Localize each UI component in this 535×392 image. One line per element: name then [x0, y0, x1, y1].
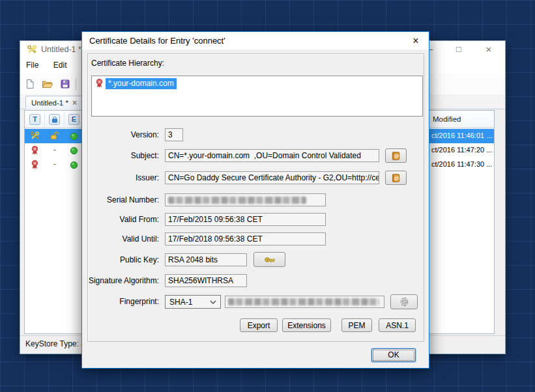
issuer-label: Issuer:: [82, 173, 159, 182]
close-window-button[interactable]: ×: [480, 42, 497, 57]
issuer-field[interactable]: CN=Go Daddy Secure Certificate Authority…: [165, 171, 379, 184]
asn1-button[interactable]: ASN.1: [379, 318, 416, 332]
column-expiry-icon[interactable]: E: [68, 114, 80, 125]
version-label: Version:: [82, 130, 159, 139]
fingerprint-field[interactable]: [225, 296, 384, 308]
valid-from-field[interactable]: 17/Feb/2015 09:56:38 CET: [165, 213, 326, 226]
certificate-details-dialog: Certificate Details for Entry 'connect' …: [81, 31, 429, 369]
subject-name-viewer-button[interactable]: @: [385, 148, 407, 163]
modified-cell: ct/2016 11:47:20 ...: [431, 146, 494, 154]
window-title: Untitled-1 *: [41, 45, 81, 54]
maximize-button[interactable]: □: [450, 42, 467, 57]
status-green-dot-icon: [70, 132, 78, 141]
public-key-field[interactable]: RSA 2048 bits: [165, 253, 247, 266]
desktop: Untitled-1 * — □ × File Edit View: [0, 0, 535, 392]
modified-cell: ct/2016 11:47:30 ...: [431, 160, 494, 168]
open-keystore-button[interactable]: [40, 76, 55, 92]
dialog-close-icon[interactable]: ×: [408, 34, 424, 48]
serial-number-field[interactable]: [165, 193, 326, 206]
version-field[interactable]: 3: [165, 128, 183, 141]
extensions-button[interactable]: Extensions: [282, 318, 331, 332]
padlock-icon: [51, 115, 59, 124]
export-button[interactable]: Export: [240, 318, 278, 332]
certificate-rosette-icon: [30, 145, 40, 155]
lock-cell: -: [53, 160, 56, 169]
save-button[interactable]: [57, 76, 73, 92]
svg-text:@: @: [394, 175, 399, 181]
open-folder-icon: [42, 79, 53, 89]
tab-close-icon[interactable]: ×: [72, 98, 77, 107]
save-floppy-icon: [60, 79, 70, 89]
fingerprint-algorithm-select[interactable]: SHA-1: [165, 295, 221, 309]
lock-cell: -: [53, 145, 56, 154]
key-pair-icon: [30, 131, 40, 141]
column-lock-icon[interactable]: [49, 114, 60, 125]
redacted-fingerprint-value: [228, 298, 379, 305]
issuer-name-viewer-button[interactable]: @: [385, 171, 407, 185]
new-file-button[interactable]: [22, 76, 38, 92]
hierarchy-label: Certificate Hierarchy:: [91, 59, 164, 68]
valid-until-field[interactable]: 17/Feb/2018 09:56:38 CET: [165, 232, 326, 245]
status-green-dot-icon: [70, 161, 78, 169]
unlocked-padlock-icon: [50, 131, 59, 141]
certificate-rosette-icon: [94, 78, 104, 88]
tab-untitled-1[interactable]: Untitled-1 * ×: [25, 96, 83, 109]
redacted-serial-value: [168, 197, 306, 204]
signature-algorithm-field[interactable]: SHA256WITHRSA: [165, 274, 247, 287]
address-book-icon: @: [391, 173, 401, 183]
address-book-icon: @: [391, 151, 401, 161]
keys-app-icon: [27, 44, 37, 55]
status-green-dot-icon: [70, 147, 78, 155]
public-key-label: Public Key:: [82, 255, 159, 264]
subject-field[interactable]: CN=*.your-domain.com ,OU=Domain Control …: [165, 149, 379, 162]
valid-until-label: Valid Until:: [82, 234, 159, 244]
tab-label: Untitled-1 *: [31, 99, 68, 107]
new-file-icon: [25, 79, 35, 89]
certificate-hierarchy-tree: *.your-domain.com: [91, 76, 423, 117]
certificate-rosette-icon: [30, 160, 40, 169]
dialog-title: Certificate Details for Entry 'connect': [89, 36, 225, 46]
tree-node-selected[interactable]: *.your-domain.com: [106, 78, 177, 89]
modified-cell: ct/2016 11:46:01 ...: [431, 132, 494, 139]
fingerprint-viewer-button[interactable]: [390, 294, 418, 309]
menu-file[interactable]: File: [20, 58, 44, 70]
menu-edit[interactable]: Edit: [48, 58, 73, 70]
signature-algorithm-label: Signature Algorithm:: [82, 276, 159, 285]
serial-number-label: Serial Number:: [82, 195, 159, 204]
column-type-icon[interactable]: T: [29, 114, 40, 125]
fingerprint-label: Fingerprint:: [82, 297, 159, 306]
dialog-titlebar[interactable]: Certificate Details for Entry 'connect' …: [82, 32, 429, 49]
toolbar-separator: [76, 78, 76, 90]
fingerprint-icon: [399, 297, 409, 307]
chevron-down-icon: [210, 300, 216, 304]
column-modified[interactable]: Modified: [433, 115, 461, 123]
public-key-details-button[interactable]: [253, 252, 285, 267]
svg-text:@: @: [394, 153, 399, 159]
ok-button[interactable]: OK: [371, 348, 416, 362]
subject-label: Subject:: [82, 151, 159, 160]
pem-button[interactable]: PEM: [341, 318, 372, 332]
valid-from-label: Valid From:: [82, 215, 159, 224]
key-icon: [264, 255, 276, 264]
